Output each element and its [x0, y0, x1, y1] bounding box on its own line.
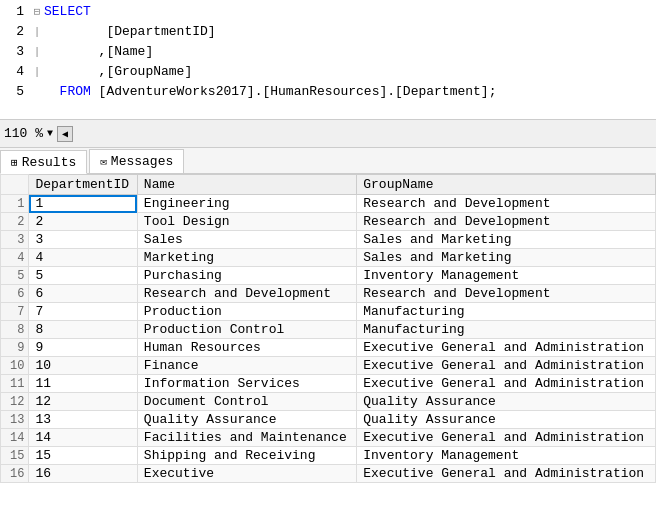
- cell-dept-id[interactable]: 1: [29, 195, 137, 213]
- line-number: 1: [0, 2, 30, 22]
- cell-name[interactable]: Marketing: [137, 249, 356, 267]
- cell-dept-id[interactable]: 2: [29, 213, 137, 231]
- toolbar: 110 % ▼ ◀: [0, 120, 656, 148]
- cell-group[interactable]: Sales and Marketing: [357, 249, 656, 267]
- cell-name[interactable]: Document Control: [137, 393, 356, 411]
- cell-group[interactable]: Executive General and Administration: [357, 357, 656, 375]
- tabs-bar: ⊞Results✉Messages: [0, 148, 656, 174]
- table-row[interactable]: 77ProductionManufacturing: [1, 303, 656, 321]
- cell-group[interactable]: Manufacturing: [357, 321, 656, 339]
- cell-dept-id[interactable]: 6: [29, 285, 137, 303]
- table-row[interactable]: 1010FinanceExecutive General and Adminis…: [1, 357, 656, 375]
- cell-group[interactable]: Executive General and Administration: [357, 339, 656, 357]
- cell-group[interactable]: Research and Development: [357, 195, 656, 213]
- cell-name[interactable]: Shipping and Receiving: [137, 447, 356, 465]
- cell-group[interactable]: Sales and Marketing: [357, 231, 656, 249]
- tab-results[interactable]: ⊞Results: [0, 150, 87, 174]
- line-connector: |: [30, 22, 44, 42]
- table-row[interactable]: 1515Shipping and ReceivingInventory Mana…: [1, 447, 656, 465]
- line-connector: ⊟: [30, 2, 44, 22]
- scroll-left-arrow[interactable]: ◀: [57, 126, 73, 142]
- results-area[interactable]: DepartmentID Name GroupName 11Engineerin…: [0, 174, 656, 528]
- table-row[interactable]: 1212Document ControlQuality Assurance: [1, 393, 656, 411]
- code-content[interactable]: ,[Name]: [44, 42, 656, 62]
- cell-group[interactable]: Quality Assurance: [357, 411, 656, 429]
- cell-name[interactable]: Finance: [137, 357, 356, 375]
- results-tab-label: Results: [22, 155, 77, 170]
- cell-dept-id[interactable]: 9: [29, 339, 137, 357]
- cell-dept-id[interactable]: 14: [29, 429, 137, 447]
- cell-name[interactable]: Tool Design: [137, 213, 356, 231]
- row-number: 5: [1, 267, 29, 285]
- cell-group[interactable]: Research and Development: [357, 213, 656, 231]
- cell-dept-id[interactable]: 7: [29, 303, 137, 321]
- cell-name[interactable]: Production Control: [137, 321, 356, 339]
- cell-name[interactable]: Human Resources: [137, 339, 356, 357]
- table-row[interactable]: 66Research and DevelopmentResearch and D…: [1, 285, 656, 303]
- code-content[interactable]: ,[GroupName]: [44, 62, 656, 82]
- line-connector: |: [30, 62, 44, 82]
- table-row[interactable]: 55PurchasingInventory Management: [1, 267, 656, 285]
- cell-dept-id[interactable]: 5: [29, 267, 137, 285]
- zoom-dropdown-arrow[interactable]: ▼: [47, 128, 53, 139]
- cell-dept-id[interactable]: 12: [29, 393, 137, 411]
- cell-name[interactable]: Production: [137, 303, 356, 321]
- table-row[interactable]: 22Tool DesignResearch and Development: [1, 213, 656, 231]
- col-header-group: GroupName: [357, 175, 656, 195]
- code-content[interactable]: FROM [AdventureWorks2017].[HumanResource…: [44, 82, 656, 102]
- code-line-4: 4| ,[GroupName]: [0, 62, 656, 82]
- cell-dept-id[interactable]: 11: [29, 375, 137, 393]
- row-number: 14: [1, 429, 29, 447]
- cell-dept-id[interactable]: 15: [29, 447, 137, 465]
- messages-tab-icon: ✉: [100, 155, 107, 168]
- table-header-row: DepartmentID Name GroupName: [1, 175, 656, 195]
- row-number: 11: [1, 375, 29, 393]
- row-number: 16: [1, 465, 29, 483]
- table-row[interactable]: 1414Facilities and MaintenanceExecutive …: [1, 429, 656, 447]
- cell-group[interactable]: Executive General and Administration: [357, 465, 656, 483]
- sql-editor[interactable]: 1⊟SELECT2| [DepartmentID]3| ,[Name]4| ,[…: [0, 0, 656, 120]
- row-number: 1: [1, 195, 29, 213]
- code-line-3: 3| ,[Name]: [0, 42, 656, 62]
- cell-dept-id[interactable]: 3: [29, 231, 137, 249]
- line-number: 4: [0, 62, 30, 82]
- cell-name[interactable]: Executive: [137, 465, 356, 483]
- cell-dept-id[interactable]: 8: [29, 321, 137, 339]
- cell-group[interactable]: Inventory Management: [357, 267, 656, 285]
- cell-name[interactable]: Quality Assurance: [137, 411, 356, 429]
- cell-name[interactable]: Purchasing: [137, 267, 356, 285]
- table-row[interactable]: 1111Information ServicesExecutive Genera…: [1, 375, 656, 393]
- tab-messages[interactable]: ✉Messages: [89, 149, 184, 173]
- cell-group[interactable]: Quality Assurance: [357, 393, 656, 411]
- table-row[interactable]: 99Human ResourcesExecutive General and A…: [1, 339, 656, 357]
- cell-group[interactable]: Manufacturing: [357, 303, 656, 321]
- table-row[interactable]: 33SalesSales and Marketing: [1, 231, 656, 249]
- cell-dept-id[interactable]: 10: [29, 357, 137, 375]
- table-row[interactable]: 1313Quality AssuranceQuality Assurance: [1, 411, 656, 429]
- cell-name[interactable]: Research and Development: [137, 285, 356, 303]
- row-number: 6: [1, 285, 29, 303]
- cell-dept-id[interactable]: 16: [29, 465, 137, 483]
- table-row[interactable]: 1616ExecutiveExecutive General and Admin…: [1, 465, 656, 483]
- cell-group[interactable]: Executive General and Administration: [357, 375, 656, 393]
- cell-name[interactable]: Engineering: [137, 195, 356, 213]
- results-tab-icon: ⊞: [11, 156, 18, 169]
- line-number: 5: [0, 82, 30, 102]
- table-row[interactable]: 44MarketingSales and Marketing: [1, 249, 656, 267]
- code-content[interactable]: [DepartmentID]: [44, 22, 656, 42]
- cell-group[interactable]: Executive General and Administration: [357, 429, 656, 447]
- results-table: DepartmentID Name GroupName 11Engineerin…: [0, 174, 656, 483]
- code-line-5: 5 FROM [AdventureWorks2017].[HumanResour…: [0, 82, 656, 102]
- code-line-2: 2| [DepartmentID]: [0, 22, 656, 42]
- cell-group[interactable]: Research and Development: [357, 285, 656, 303]
- code-content[interactable]: SELECT: [44, 2, 656, 22]
- cell-name[interactable]: Information Services: [137, 375, 356, 393]
- cell-group[interactable]: Inventory Management: [357, 447, 656, 465]
- cell-dept-id[interactable]: 4: [29, 249, 137, 267]
- table-row[interactable]: 88Production ControlManufacturing: [1, 321, 656, 339]
- cell-name[interactable]: Facilities and Maintenance: [137, 429, 356, 447]
- table-row[interactable]: 11EngineeringResearch and Development: [1, 195, 656, 213]
- row-number: 13: [1, 411, 29, 429]
- cell-dept-id[interactable]: 13: [29, 411, 137, 429]
- cell-name[interactable]: Sales: [137, 231, 356, 249]
